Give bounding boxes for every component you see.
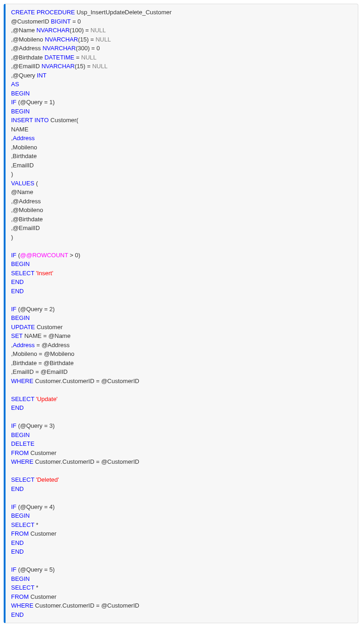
kw-nvarchar: NVARCHAR	[45, 36, 78, 43]
col-address: Address	[13, 135, 35, 142]
kw-nvarchar: NVARCHAR	[42, 63, 75, 70]
col-birthdate: ,Birthdate	[11, 153, 37, 160]
kw-begin: BEGIN	[11, 575, 30, 582]
val-emailid: ,@EmailID	[11, 225, 40, 231]
kw-into: INTO	[35, 117, 49, 124]
tbl: Customer	[35, 324, 63, 331]
cond-q1: (@Query = 1)	[17, 99, 55, 106]
str-update: 'Update'	[36, 396, 58, 402]
kw-where: WHERE	[11, 602, 33, 609]
cond-q4: (@Query = 4)	[17, 503, 55, 510]
set-address: = @Address	[35, 342, 70, 349]
paren-close: )	[11, 171, 13, 177]
kw-begin: BEGIN	[11, 108, 30, 115]
param-address: ,@Address	[11, 45, 42, 52]
kw-end: END	[11, 288, 24, 295]
kw-select: SELECT	[11, 476, 34, 483]
kw-from: FROM	[11, 593, 29, 600]
size-300: (300) = 0	[76, 45, 100, 52]
null-2: NULL	[95, 36, 111, 43]
val-name: @Name	[11, 189, 33, 195]
where-cid: Customer.CustomerID = @CustomerID	[33, 378, 139, 384]
kw-if: IF	[11, 566, 17, 573]
param-birthdate: ,@Birthdate	[11, 54, 44, 61]
kw-nvarchar: NVARCHAR	[36, 27, 70, 34]
kw-begin: BEGIN	[11, 260, 30, 267]
param-emailid: ,@EmailID	[11, 63, 42, 70]
kw-end: END	[11, 404, 24, 411]
param-name: ,@Name	[11, 27, 36, 34]
proc-name: Usp_InsertUpdateDelete_Customer	[75, 9, 172, 16]
star: *	[34, 584, 38, 591]
val-mobileno: ,@Mobileno	[11, 207, 43, 213]
set-name: NAME = @Name	[23, 332, 71, 339]
paren: (	[17, 252, 20, 259]
kw-if: IF	[11, 99, 17, 106]
tbl: Customer	[29, 449, 56, 456]
size-15b: (15) =	[75, 63, 92, 70]
col-address: Address	[13, 342, 35, 349]
gt0: > 0)	[68, 252, 80, 259]
kw-end: END	[11, 539, 24, 546]
kw-end: END	[11, 485, 24, 492]
set-birthdate: ,Birthdate = @Birthdate	[11, 360, 74, 366]
kw-where: WHERE	[11, 378, 33, 384]
size-100: (100) =	[70, 27, 90, 34]
kw-where: WHERE	[11, 458, 33, 465]
null-3: NULL	[81, 54, 96, 61]
size-15: (15) =	[78, 36, 95, 43]
cond-q2: (@Query = 2)	[17, 306, 55, 313]
param-mobileno: ,@Mobileno	[11, 36, 45, 43]
paren-close: )	[11, 234, 13, 241]
null-1: NULL	[90, 27, 106, 34]
kw-begin: BEGIN	[11, 431, 30, 438]
param-query: ,@Query	[11, 72, 37, 79]
kw-from: FROM	[11, 449, 29, 456]
tbl-customer: Customer(	[49, 117, 78, 124]
set-mobileno: ,Mobileno = @Mobileno	[11, 350, 74, 357]
paren-open: (	[34, 180, 38, 187]
where-cid: Customer.CustomerID = @CustomerID	[33, 458, 139, 465]
kw-select: SELECT	[11, 270, 34, 277]
kw-select: SELECT	[11, 584, 34, 591]
kw-end: END	[11, 548, 24, 555]
val-address: ,@Address	[11, 198, 41, 205]
col-emailid: ,EmailID	[11, 162, 34, 169]
null-4: NULL	[92, 63, 107, 70]
col-mobileno: ,Mobileno	[11, 144, 37, 151]
val-birthdate: ,@Birthdate	[11, 216, 43, 223]
eq: =	[74, 54, 81, 61]
default-0: = 0	[71, 18, 81, 25]
sql-code-block: CREATE PROCEDURE Usp_InsertUpdateDelete_…	[4, 4, 358, 623]
kw-if: IF	[11, 306, 17, 313]
kw-if: IF	[11, 422, 17, 429]
where-cid: Customer.CustomerID = @CustomerID	[33, 602, 139, 609]
cond-q3: (@Query = 3)	[17, 422, 55, 429]
kw-delete: DELETE	[11, 440, 35, 447]
sys-rowcount: @@ROWCOUNT	[20, 252, 68, 259]
kw-datetime: DATETIME	[44, 54, 74, 61]
tbl: Customer	[29, 530, 56, 537]
kw-update: UPDATE	[11, 324, 35, 331]
kw-insert: INSERT	[11, 117, 33, 124]
kw-if: IF	[11, 503, 17, 510]
kw-select: SELECT	[11, 521, 34, 528]
kw-nvarchar: NVARCHAR	[42, 45, 76, 52]
kw-as: AS	[11, 81, 19, 88]
str-deleted: 'Deleted'	[36, 476, 59, 483]
tbl: Customer	[29, 593, 56, 600]
kw-begin: BEGIN	[11, 314, 30, 321]
kw-select: SELECT	[11, 396, 34, 402]
kw-begin: BEGIN	[11, 512, 30, 519]
kw-from: FROM	[11, 530, 29, 537]
str-insert: 'Insert'	[36, 270, 53, 277]
param-customerid: @CustomerID	[11, 18, 51, 25]
kw-if: IF	[11, 252, 17, 259]
col-name: NAME	[11, 126, 29, 133]
star: *	[34, 521, 38, 528]
kw-end: END	[11, 611, 24, 618]
kw-end: END	[11, 278, 24, 285]
kw-set: SET	[11, 332, 23, 339]
set-emailid: ,EmailID = @EmailID	[11, 368, 68, 375]
kw-procedure: PROCEDURE	[36, 9, 75, 16]
